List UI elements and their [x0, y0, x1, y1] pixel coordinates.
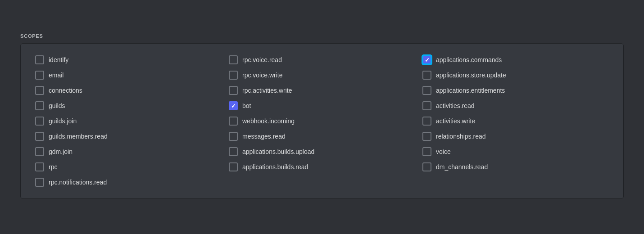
scope-label-relationships.read: relationships.read: [436, 133, 486, 140]
scope-label-rpc.voice.read: rpc.voice.read: [242, 56, 282, 63]
scope-item-bot[interactable]: ✓bot: [225, 99, 419, 113]
scope-item-applications.store.update[interactable]: applications.store.update: [419, 68, 612, 82]
scope-item-applications.builds.read[interactable]: applications.builds.read: [225, 160, 419, 174]
scope-item-guilds[interactable]: guilds: [32, 99, 225, 113]
scope-item-messages.read[interactable]: messages.read: [225, 129, 419, 144]
scope-label-applications.store.update: applications.store.update: [436, 72, 506, 79]
scope-label-guilds.members.read: guilds.members.read: [49, 133, 108, 140]
scope-item-activities.read[interactable]: activities.read: [419, 99, 612, 113]
scope-item-rpc.voice.read[interactable]: rpc.voice.read: [225, 53, 419, 67]
checkbox-identify[interactable]: [35, 55, 44, 64]
scope-label-bot: bot: [242, 102, 251, 109]
scope-item-connections[interactable]: connections: [32, 83, 225, 98]
scope-label-activities.read: activities.read: [436, 102, 475, 109]
scope-item-gdm.join[interactable]: gdm.join: [32, 144, 225, 159]
scope-item-guilds.members.read[interactable]: guilds.members.read: [32, 129, 225, 144]
scope-label-applications.commands: applications.commands: [436, 56, 502, 63]
checkbox-activities.read[interactable]: [422, 101, 431, 110]
checkbox-email[interactable]: [35, 71, 44, 80]
scope-item-identify[interactable]: identify: [32, 53, 225, 67]
checkmark-icon: ✓: [231, 103, 236, 109]
scope-column-1: identifyemailconnectionsguildsguilds.joi…: [32, 53, 225, 189]
scope-item-guilds.join[interactable]: guilds.join: [32, 114, 225, 128]
scopes-container: SCOPES identifyemailconnectionsguildsgui…: [11, 26, 633, 208]
checkbox-gdm.join[interactable]: [35, 147, 44, 156]
scope-item-relationships.read[interactable]: relationships.read: [419, 129, 612, 144]
checkbox-rpc.notifications.read[interactable]: [35, 178, 44, 187]
scope-item-rpc.voice.write[interactable]: rpc.voice.write: [225, 68, 419, 82]
checkbox-applications.store.update[interactable]: [422, 71, 431, 80]
checkbox-relationships.read[interactable]: [422, 132, 431, 141]
scope-item-applications.commands[interactable]: ✓applications.commands: [419, 53, 612, 67]
scope-item-applications.entitlements[interactable]: applications.entitlements: [419, 83, 612, 98]
scope-item-applications.builds.upload[interactable]: applications.builds.upload: [225, 144, 419, 159]
checkbox-guilds[interactable]: [35, 101, 44, 110]
checkbox-rpc[interactable]: [35, 162, 44, 171]
scope-item-rpc[interactable]: rpc: [32, 160, 225, 174]
scope-item-email[interactable]: email: [32, 68, 225, 82]
checkbox-rpc.voice.read[interactable]: [229, 55, 238, 64]
scope-label-messages.read: messages.read: [242, 133, 286, 140]
checkbox-applications.builds.upload[interactable]: [229, 147, 238, 156]
scope-label-email: email: [49, 72, 63, 79]
scope-item-voice[interactable]: voice: [419, 144, 612, 159]
checkbox-rpc.activities.write[interactable]: [229, 86, 238, 95]
scope-label-guilds: guilds: [49, 102, 65, 109]
scope-item-activities.write[interactable]: activities.write: [419, 114, 612, 128]
scope-label-applications.builds.read: applications.builds.read: [242, 163, 308, 171]
scope-label-rpc.voice.write: rpc.voice.write: [242, 72, 282, 79]
scope-label-guilds.join: guilds.join: [49, 117, 77, 125]
checkbox-dm_channels.read[interactable]: [422, 162, 431, 171]
checkbox-applications.entitlements[interactable]: [422, 86, 431, 95]
checkbox-applications.builds.read[interactable]: [229, 162, 238, 171]
checkbox-voice[interactable]: [422, 147, 431, 156]
checkbox-guilds.join[interactable]: [35, 117, 44, 126]
scope-label-voice: voice: [436, 148, 451, 155]
scope-label-gdm.join: gdm.join: [49, 148, 73, 155]
scope-label-connections: connections: [49, 87, 82, 94]
scope-label-activities.write: activities.write: [436, 117, 475, 125]
checkbox-applications.commands[interactable]: ✓: [422, 55, 431, 64]
checkmark-icon: ✓: [425, 57, 430, 63]
checkbox-activities.write[interactable]: [422, 117, 431, 126]
scope-item-webhook.incoming[interactable]: webhook.incoming: [225, 114, 419, 128]
scope-item-dm_channels.read[interactable]: dm_channels.read: [419, 160, 612, 174]
scopes-box: identifyemailconnectionsguildsguilds.joi…: [20, 43, 624, 199]
scope-item-rpc.notifications.read[interactable]: rpc.notifications.read: [32, 175, 225, 189]
scope-label-applications.entitlements: applications.entitlements: [436, 87, 505, 94]
checkbox-webhook.incoming[interactable]: [229, 117, 238, 126]
checkbox-rpc.voice.write[interactable]: [229, 71, 238, 80]
scope-label-applications.builds.upload: applications.builds.upload: [242, 148, 314, 155]
scope-label-identify: identify: [49, 56, 68, 63]
scope-label-rpc.notifications.read: rpc.notifications.read: [49, 179, 107, 186]
checkbox-messages.read[interactable]: [229, 132, 238, 141]
scope-item-rpc.activities.write[interactable]: rpc.activities.write: [225, 83, 419, 98]
checkbox-connections[interactable]: [35, 86, 44, 95]
scope-label-rpc.activities.write: rpc.activities.write: [242, 87, 292, 94]
scopes-section-title: SCOPES: [20, 33, 624, 39]
checkbox-bot[interactable]: ✓: [229, 101, 238, 110]
scope-label-rpc: rpc: [49, 163, 57, 171]
scope-column-3: ✓applications.commandsapplications.store…: [419, 53, 612, 189]
scope-label-webhook.incoming: webhook.incoming: [242, 117, 295, 125]
scope-label-dm_channels.read: dm_channels.read: [436, 163, 488, 171]
scope-column-2: rpc.voice.readrpc.voice.writerpc.activit…: [225, 53, 419, 189]
checkbox-guilds.members.read[interactable]: [35, 132, 44, 141]
scopes-grid: identifyemailconnectionsguildsguilds.joi…: [32, 53, 612, 189]
